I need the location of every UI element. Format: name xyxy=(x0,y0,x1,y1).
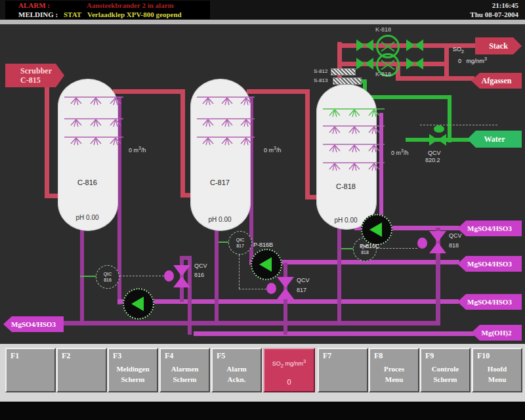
qic-number: 818 xyxy=(361,249,369,255)
melding-label: MELDING : xyxy=(18,10,58,18)
fkey-label: F2 xyxy=(62,351,70,361)
alarm-banner: ALARM : Aansteekbrander 2 in alarm MELDI… xyxy=(0,0,525,20)
tag-mgoh2[interactable]: Mg(OH)2 xyxy=(471,325,522,341)
qcv816-label-2: 816 xyxy=(194,272,204,278)
clock-date: Thu 08-07-2004 xyxy=(420,10,518,18)
vessel-c816-ph[interactable]: pH 0.00 xyxy=(58,214,117,221)
flow-label-2: 0 m3/h xyxy=(264,146,281,154)
tag-stack[interactable]: Stack xyxy=(475,37,522,54)
header-divider xyxy=(0,20,525,24)
valve-half xyxy=(173,265,190,276)
fkey-line2: Menu xyxy=(473,375,521,383)
valve-half xyxy=(356,39,365,51)
gas-valve-top-left[interactable] xyxy=(356,39,373,51)
tag-water[interactable]: Water xyxy=(467,131,522,148)
alarm-label: ALARM : xyxy=(18,1,50,9)
tag-mgso4-left[interactable]: MgSO4/HSO3 xyxy=(3,316,64,332)
gas-valve-bottom-left[interactable] xyxy=(356,58,373,70)
valve-half xyxy=(415,58,423,70)
qcv816-valve[interactable] xyxy=(173,265,190,287)
qic816-signal-line xyxy=(80,276,97,277)
tag-mgso4-1[interactable]: MgSO4/HSO3 xyxy=(457,220,522,236)
qic816-dashed-link xyxy=(119,276,164,276)
pump-c816-icon[interactable] xyxy=(123,288,154,320)
so2-button-unit: SO2 mg/nm3 xyxy=(264,358,314,369)
qcv817-actuator-icon xyxy=(266,283,276,294)
flow-value: 0 m xyxy=(129,147,138,154)
fkey-f2[interactable]: F2 xyxy=(56,348,107,392)
fkey-f9[interactable]: F9ControleScherm xyxy=(420,348,471,392)
fkey-f7[interactable]: F7 xyxy=(318,348,368,392)
tag-mgso4-2[interactable]: MgSO4/HSO3 xyxy=(457,256,522,272)
flow-tail: /h xyxy=(276,147,282,154)
qic818-dashed-link xyxy=(377,248,417,249)
qcv818-valve[interactable] xyxy=(429,231,446,253)
gas-valve-bottom-right[interactable] xyxy=(406,58,423,70)
blower-bottom-label: K-818 xyxy=(375,71,391,77)
qic816-instrument[interactable]: QIC 816 xyxy=(96,265,119,289)
pump-impeller xyxy=(259,257,272,272)
fkey-label: F4 xyxy=(165,351,173,361)
pump-p816c-icon[interactable] xyxy=(361,214,392,245)
liquid-header-a xyxy=(117,299,459,304)
fkey-label: F7 xyxy=(323,351,331,361)
tag-mgso4-3[interactable]: MgSO4/HSO3 xyxy=(457,294,522,310)
valve-half xyxy=(365,58,373,70)
fkey-line1: Alarmen xyxy=(161,365,209,373)
melding-message[interactable]: Verlaadklep XPV-800 geopend xyxy=(87,10,182,18)
heater-s813-icon[interactable] xyxy=(333,77,362,85)
valve-half xyxy=(429,231,446,242)
vessel-c818-name: C-818 xyxy=(316,182,375,190)
gas-pipe-c815-down xyxy=(45,83,49,198)
vessel-c817-ph[interactable]: pH 0.00 xyxy=(190,216,249,223)
pump-p816c-label: P-816C xyxy=(360,243,380,249)
fkey-f4[interactable]: F4AlarmenScherm xyxy=(159,348,210,392)
qcv816-label-1: QCV xyxy=(194,262,207,269)
so2-display-button[interactable]: SO2 mg/nm3 0 xyxy=(263,348,315,392)
gas-pipe-c816-outlet xyxy=(113,89,185,94)
alarm-message[interactable]: Aansteekbrander 2 in alarm xyxy=(87,1,174,9)
tag-text: Water xyxy=(484,135,505,144)
fkey-f8[interactable]: F8ProcesMenu xyxy=(369,348,419,392)
melding-prefix: STAT xyxy=(64,10,81,18)
spray-row-icon xyxy=(64,96,123,106)
gas-pipe-c817-outlet xyxy=(247,89,310,94)
heater-s812-label: S-812 xyxy=(314,68,327,74)
tag-afgassen[interactable]: Afgassen xyxy=(471,73,522,89)
qcv820-valve[interactable] xyxy=(429,134,446,146)
gas-pipe-afgassen-line xyxy=(396,76,474,81)
spray-row-icon xyxy=(323,161,385,172)
so2-text: SO xyxy=(453,46,461,52)
fkey-line2: Ackn. xyxy=(213,375,261,383)
fkey-f10[interactable]: F10HoofdMenu xyxy=(472,348,522,392)
so2-unit-sup: 3 xyxy=(484,56,487,61)
fkey-label: F5 xyxy=(217,351,225,361)
qcv817-valve[interactable] xyxy=(277,277,294,299)
tag-text: Scrubber xyxy=(20,66,52,75)
valve-half xyxy=(415,39,423,51)
pump-impeller xyxy=(131,297,144,311)
qcv820-label-2: 820.2 xyxy=(425,157,440,163)
fkey-f3[interactable]: F3MeldingenScherm xyxy=(108,348,158,392)
flow-value: 0 m xyxy=(391,150,401,156)
qic817-dashed-v xyxy=(239,255,240,289)
heater-s812-icon[interactable] xyxy=(331,68,356,75)
tag-text: Stack xyxy=(489,41,508,51)
tag-text: MgSO4/HSO3 xyxy=(467,298,512,306)
valve-half xyxy=(173,276,190,287)
spray-row-icon xyxy=(323,143,385,154)
gas-valve-top-right[interactable] xyxy=(406,39,423,51)
tag-scrubber-c815[interactable]: Scrubber C-815 xyxy=(5,64,64,87)
spray-row-icon xyxy=(197,96,255,106)
fkey-f5[interactable]: F5AlarmAckn. xyxy=(211,348,262,392)
scada-screen: ALARM : Aansteekbrander 2 in alarm MELDI… xyxy=(0,0,525,420)
fkey-line1: Alarm xyxy=(213,365,261,373)
flow-label-1: 0 m3/h xyxy=(129,146,146,154)
so2-button-value: 0 xyxy=(264,378,314,386)
pump-p816b-icon[interactable] xyxy=(251,249,282,280)
valve-half xyxy=(429,242,446,253)
qic817-instrument[interactable]: QIC 817 xyxy=(228,231,252,255)
gas-pipe-c817-down xyxy=(180,89,185,198)
spray-row-water-icon xyxy=(323,108,385,118)
fkey-f1[interactable]: F1 xyxy=(5,348,56,392)
